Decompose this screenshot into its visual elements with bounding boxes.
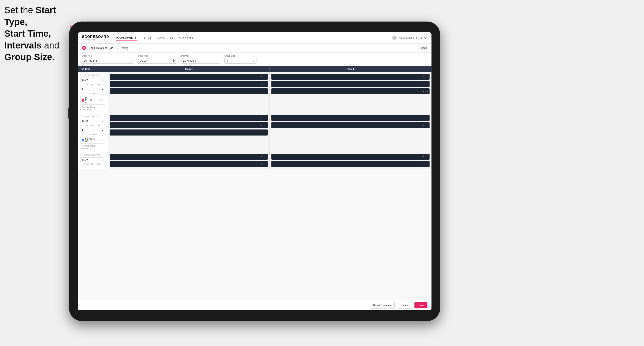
starting-hole-label-2: STARTING HOLE: bbox=[80, 124, 105, 127]
action-links-1: ○ Remove Group + Add Group bbox=[80, 106, 105, 111]
course-remove-2[interactable]: ✕ bbox=[99, 139, 101, 142]
starting-time-input-1[interactable]: 10:00 ⊙ bbox=[80, 78, 105, 82]
start-time-select[interactable]: 10:00 ⏱ bbox=[138, 58, 177, 64]
annotation-bold-start-time: Start Time, bbox=[4, 28, 51, 38]
table-header: Tee Time Team 1 Team 2 bbox=[78, 66, 432, 72]
player-dots-icon: ⋯ bbox=[426, 124, 428, 127]
player-remove-icon[interactable]: ✕ bbox=[261, 83, 262, 85]
player-dots-icon: ⋯ bbox=[426, 117, 428, 119]
breadcrumb: C Clippd Invitational (Ma... › Hosting bbox=[82, 46, 128, 50]
player-remove-icon[interactable]: ✕ bbox=[261, 163, 262, 165]
course-name-1: (A) Peachtree GC bbox=[85, 97, 98, 104]
start-time-clock-icon: ⏱ bbox=[172, 59, 175, 62]
player-row: ✕ ⋯ bbox=[272, 74, 430, 80]
start-time-value: 10:00 bbox=[140, 59, 146, 62]
player-dots-icon: ⋯ bbox=[264, 83, 266, 85]
player-remove-icon[interactable]: ✕ bbox=[423, 83, 424, 85]
cancel-button[interactable]: Cancel bbox=[397, 302, 412, 309]
player-dots-icon: ⋯ bbox=[426, 76, 428, 78]
start-time-label: Start Time bbox=[138, 55, 177, 57]
start-type-select[interactable]: 1st Tee Start ⌄ bbox=[82, 58, 134, 64]
player-remove-icon[interactable]: ✕ bbox=[261, 124, 262, 127]
starting-time-input-3[interactable]: 10:20 ⊙ bbox=[80, 158, 105, 162]
player-row: ✕ ⋯ bbox=[272, 122, 430, 128]
player-row: ✕ ⋯ bbox=[110, 161, 268, 167]
clock-icon-3: ⊙ bbox=[102, 159, 104, 161]
reset-changes-button[interactable]: Reset Changes bbox=[370, 302, 395, 309]
start-type-label: Start Type bbox=[82, 55, 134, 57]
player-remove-icon[interactable]: ✕ bbox=[423, 90, 424, 93]
remove-group-2[interactable]: ○ Remove Group bbox=[80, 145, 105, 147]
starting-time-input-2[interactable]: 10:10 ⊙ bbox=[80, 119, 105, 123]
course-name-2: East Lake GC bbox=[85, 138, 98, 143]
user-email: blair@clippd.io bbox=[399, 37, 414, 39]
table-row: STARTING TIME: 10:10 ⊙ STARTING HOLE: 1 … bbox=[78, 113, 432, 152]
tablet-screen: SCOREBOARD Powered by clipp TOURNAMENTS … bbox=[78, 32, 432, 310]
group-2-left: STARTING TIME: 10:10 ⊙ STARTING HOLE: 1 … bbox=[78, 113, 108, 152]
th-team1: Team 1 bbox=[108, 66, 270, 72]
sub-header: C Clippd Invitational (Ma... › Hosting ‹… bbox=[78, 43, 432, 53]
course-remove-1[interactable]: ✕ bbox=[99, 99, 101, 101]
clock-icon-1: ⊙ bbox=[102, 79, 104, 81]
group-2-team2: ✕ ⋯ ✕ ⋯ bbox=[270, 113, 432, 152]
course-tag-1: A (A) Peachtree GC ✕ ✎ bbox=[80, 96, 105, 105]
annotation-bold-intervals: Intervals bbox=[4, 40, 42, 50]
user-avatar bbox=[392, 35, 397, 40]
empty-player-row bbox=[110, 130, 268, 136]
player-remove-icon[interactable]: ✕ bbox=[423, 124, 424, 127]
nav-rankings[interactable]: RANKINGS bbox=[179, 35, 193, 40]
player-remove-icon[interactable]: ✕ bbox=[423, 117, 424, 119]
player-row: ✕ ⋯ bbox=[272, 88, 430, 94]
intervals-select[interactable]: 10 Minutes ⌄ bbox=[181, 58, 220, 64]
hole-value-1: 1 bbox=[82, 88, 83, 90]
navbar: SCOREBOARD Powered by clipp TOURNAMENTS … bbox=[78, 32, 432, 43]
annotation-bold-group-size: Group Size bbox=[4, 52, 52, 62]
player-remove-icon[interactable]: ✕ bbox=[261, 156, 262, 158]
table-content[interactable]: STARTING TIME: 10:00 ⊙ STARTING HOLE: 1 … bbox=[78, 72, 432, 300]
logo: SCOREBOARD Powered by clipp bbox=[82, 35, 109, 41]
player-dots-icon: ⋯ bbox=[264, 163, 266, 165]
breadcrumb-icon: C bbox=[82, 46, 86, 50]
group-2-team1: ✕ ⋯ ✕ ⋯ bbox=[108, 113, 270, 152]
player-row: ✕ ⋯ bbox=[110, 122, 268, 128]
add-group-2[interactable]: + Add Group bbox=[80, 147, 105, 150]
starting-hole-select-1[interactable]: 1 ⌄ bbox=[80, 87, 105, 91]
starting-time-label-2: STARTING TIME: bbox=[80, 115, 105, 117]
th-team2: Team 2 bbox=[270, 66, 432, 72]
player-row: ✕ ⋯ bbox=[272, 154, 430, 160]
player-row: ✕ ⋯ bbox=[110, 115, 268, 121]
course-edit-1[interactable]: ✎ bbox=[102, 99, 104, 101]
intervals-chevron: ⌄ bbox=[216, 59, 218, 62]
hole-chevron-2: ⌄ bbox=[102, 129, 104, 131]
group-1-team2: ✕ ⋯ ✕ ⋯ ✕ ⋯ bbox=[270, 72, 432, 113]
save-button[interactable]: Save bbox=[414, 302, 427, 308]
remove-group-1[interactable]: ○ Remove Group bbox=[80, 106, 105, 108]
nav-tournaments[interactable]: TOURNAMENTS bbox=[116, 35, 137, 40]
player-dots-icon: ⋯ bbox=[264, 156, 266, 158]
intervals-group: Intervals 10 Minutes ⌄ bbox=[181, 55, 220, 64]
add-group-1[interactable]: + Add Group bbox=[80, 109, 105, 111]
player-remove-icon[interactable]: ✕ bbox=[423, 76, 424, 78]
nav-committee[interactable]: COMMITTEE bbox=[157, 35, 174, 40]
group-size-group: Group Size 3 ⌄ bbox=[224, 55, 257, 64]
player-row: ✕ ⋯ bbox=[272, 115, 430, 121]
player-remove-icon[interactable]: ✕ bbox=[423, 163, 424, 165]
course-edit-2[interactable]: ✎ bbox=[102, 139, 104, 142]
starting-hole-select-2[interactable]: 1 ⌄ bbox=[80, 128, 105, 132]
player-dots-icon: ⋯ bbox=[426, 90, 428, 93]
player-row: ✕ ⋯ bbox=[272, 81, 430, 87]
controls-bar: Start Type 1st Tee Start ⌄ Start Time 10… bbox=[78, 53, 432, 66]
group-size-value: 3 bbox=[226, 59, 228, 62]
player-row: ✕ ⋯ bbox=[110, 81, 268, 87]
player-remove-icon[interactable]: ✕ bbox=[261, 76, 262, 78]
nav-teams[interactable]: TEAMS bbox=[142, 35, 152, 40]
group-size-select[interactable]: 3 ⌄ bbox=[224, 58, 257, 64]
group-1-left: STARTING TIME: 10:00 ⊙ STARTING HOLE: 1 … bbox=[78, 72, 108, 113]
hole-chevron-1: ⌄ bbox=[102, 87, 104, 90]
action-links-2: ○ Remove Group + Add Group bbox=[80, 145, 105, 150]
sign-out-link[interactable]: Sign out bbox=[418, 37, 427, 39]
starting-time-value-1: 10:00 bbox=[82, 78, 102, 81]
back-button[interactable]: ‹ Back bbox=[419, 46, 427, 50]
player-remove-icon[interactable]: ✕ bbox=[423, 156, 424, 158]
player-remove-icon[interactable]: ✕ bbox=[261, 117, 262, 119]
